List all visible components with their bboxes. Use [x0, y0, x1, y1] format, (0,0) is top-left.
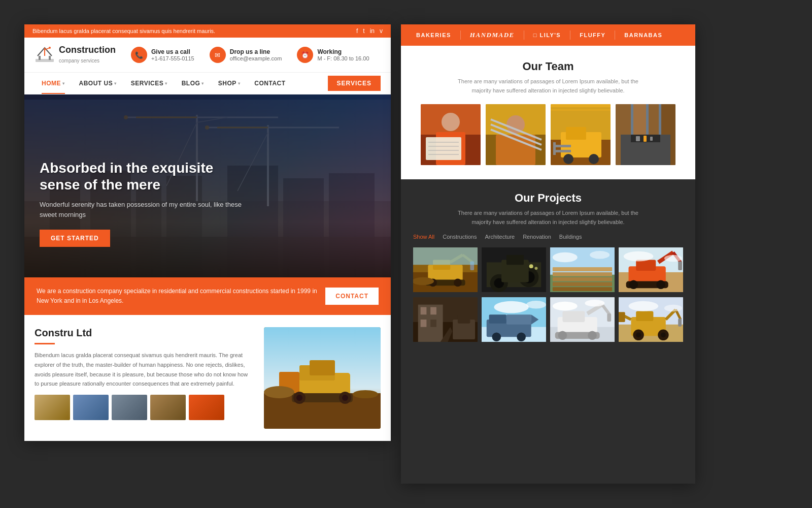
svg-rect-159: [619, 312, 625, 323]
team-member-1-image: [421, 104, 481, 165]
project-image-6: [482, 297, 546, 342]
project-card-5[interactable]: [413, 297, 478, 342]
info-bar-contact-button[interactable]: CONTACT: [325, 288, 379, 305]
svg-rect-126: [421, 320, 427, 327]
right-nav-bakeries[interactable]: BAKERIES: [409, 28, 458, 42]
thumbnail-3[interactable]: [112, 395, 147, 420]
logo-icon: [35, 45, 55, 65]
hours-label: Working: [317, 48, 369, 55]
project-card-4[interactable]: [619, 247, 683, 293]
filter-constructions[interactable]: Constructions: [443, 234, 477, 240]
right-panel: BAKERIES Handmade □ LILY'S FLUFFY BARNAB…: [401, 24, 695, 484]
thumbnail-2[interactable]: [73, 395, 109, 420]
hero-button[interactable]: GET STARTED: [40, 230, 110, 247]
projects-section: Our Projects There are many variations o…: [401, 179, 695, 484]
email-value: office@example.com: [230, 55, 282, 61]
project-image-3: [550, 247, 615, 293]
project-image-8: [619, 297, 683, 342]
right-nav-lilys[interactable]: □ LILY'S: [526, 28, 568, 42]
hero-section: Absorbed in the exquisite sense of the m…: [24, 94, 391, 277]
about-thumbnails: [35, 395, 254, 420]
svg-rect-124: [421, 307, 427, 315]
svg-point-138: [492, 333, 501, 342]
team-photo-2: [486, 104, 546, 165]
nav-item-contact[interactable]: CONTACT: [247, 73, 292, 94]
project-card-1[interactable]: [413, 247, 478, 293]
nav-item-home[interactable]: HOME ▾: [35, 73, 72, 94]
svg-point-120: [664, 255, 682, 262]
svg-rect-145: [562, 311, 585, 322]
projects-title: Our Projects: [413, 192, 683, 205]
header: Construction company services 📞 Give us …: [24, 38, 391, 73]
right-nav-handmade[interactable]: Handmade: [463, 27, 522, 43]
project-image-5: [413, 297, 478, 342]
thumbnail-5[interactable]: [189, 395, 224, 420]
bulldozer-image: [264, 327, 381, 429]
svg-point-164: [636, 333, 641, 338]
right-nav-fluffy[interactable]: FLUFFY: [572, 28, 613, 42]
projects-grid: [413, 247, 683, 342]
contact-hours-info: Working M - F: 08.30 to 16.00: [317, 48, 369, 61]
svg-rect-61: [553, 150, 571, 152]
svg-rect-62: [553, 142, 556, 155]
svg-rect-65: [551, 104, 611, 107]
svg-rect-60: [553, 145, 571, 147]
nav-separator-3: [570, 30, 570, 40]
svg-point-64: [589, 154, 599, 164]
project-card-7[interactable]: [550, 297, 615, 342]
project-card-6[interactable]: [482, 297, 546, 342]
thumbnail-1[interactable]: [35, 395, 70, 420]
shop-arrow: ▾: [238, 81, 241, 86]
info-bar: We are a construction company specialize…: [24, 277, 391, 315]
team-section: Our Team There are many variations of pa…: [401, 46, 695, 179]
phone-value: +1-617-555-0115: [151, 55, 194, 61]
contact-phone: 📞 Give us a call +1-617-555-0115: [131, 47, 194, 63]
svg-rect-112: [636, 260, 656, 271]
svg-point-140: [494, 301, 528, 313]
email-label: Drop us a line: [230, 48, 282, 55]
filter-renovation[interactable]: Renovation: [523, 234, 551, 240]
nav-item-shop[interactable]: SHOP ▾: [211, 73, 248, 94]
nav-item-about[interactable]: ABOUT US ▾: [72, 73, 124, 94]
svg-point-42: [442, 113, 460, 131]
nav-item-services[interactable]: SERVICES ▾: [124, 73, 175, 94]
svg-rect-135: [489, 315, 506, 324]
svg-rect-105: [553, 282, 612, 287]
nav-separator-1: [460, 30, 461, 40]
team-photo-1: [421, 104, 481, 165]
linkedin-icon[interactable]: in: [370, 27, 375, 35]
svg-rect-157: [636, 311, 653, 322]
svg-point-39: [353, 390, 378, 398]
left-panel: Bibendum lacus gralda placerat consequat…: [24, 24, 391, 441]
svg-point-168: [664, 305, 682, 312]
filter-buildings[interactable]: Buildings: [559, 234, 582, 240]
team-title: Our Team: [413, 60, 683, 73]
brand-tagline: company services: [59, 58, 99, 64]
project-card-2[interactable]: [482, 247, 546, 293]
vimeo-icon[interactable]: v: [380, 27, 383, 35]
nav-item-blog[interactable]: BLOG ▾: [175, 73, 211, 94]
filter-architecture[interactable]: Architecture: [485, 234, 515, 240]
twitter-icon[interactable]: t: [363, 27, 364, 35]
contact-email-info: Drop us a line office@example.com: [230, 48, 282, 61]
team-member-2-image: [486, 104, 546, 165]
projects-description: There are many variations of passages of…: [452, 209, 645, 227]
phone-icon-circle: 📞: [131, 47, 147, 63]
project-card-3[interactable]: [550, 247, 615, 293]
filter-show-all[interactable]: Show All: [413, 234, 434, 240]
project-card-8[interactable]: [619, 297, 683, 342]
hero-subtitle: Wonderful serenity has taken possession …: [40, 200, 243, 219]
svg-rect-115: [678, 262, 682, 271]
facebook-icon[interactable]: f: [356, 27, 358, 35]
svg-point-5: [49, 47, 51, 49]
email-icon-circle: ✉: [210, 47, 226, 63]
thumbnail-4[interactable]: [150, 395, 186, 420]
right-nav-barnabas[interactable]: BARNABAS: [617, 28, 669, 42]
nav-items: HOME ▾ ABOUT US ▾ SERVICES ▾ BLOG ▾ SHOP…: [35, 73, 328, 94]
services-arrow: ▾: [165, 81, 167, 86]
nav-cta-button[interactable]: SERVICES: [328, 76, 381, 91]
project-image-2: [482, 247, 546, 293]
nav-separator-4: [615, 30, 615, 40]
svg-point-139: [517, 333, 526, 342]
svg-rect-66: [551, 109, 611, 111]
